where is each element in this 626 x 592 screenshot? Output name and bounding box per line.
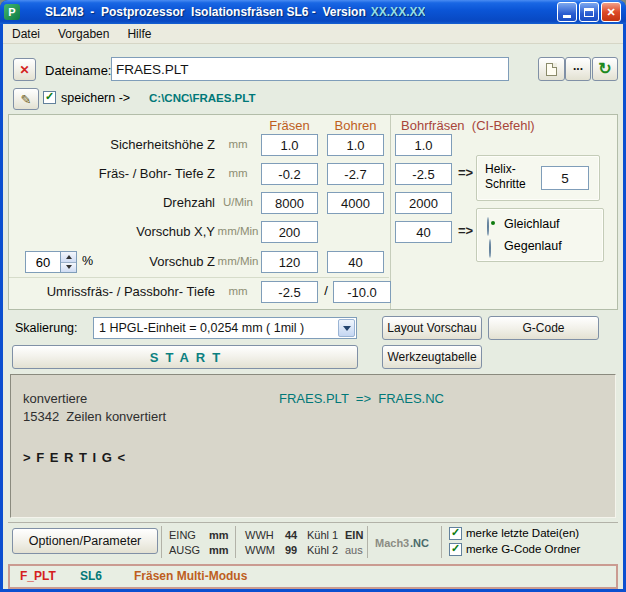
- output-panel: konvertiere FRAES.PLT => FRAES.NC 15342 …: [10, 374, 616, 518]
- window-version: XX.XX.XX: [371, 5, 426, 19]
- mode-bar: F_PLT SL6 Fräsen Multi-Modus: [8, 564, 618, 589]
- col-header-fraesen: Fräsen: [261, 118, 318, 133]
- file-type-badge: F_PLT: [20, 569, 56, 583]
- refresh-button[interactable]: ↻: [592, 57, 618, 81]
- refresh-icon: ↻: [598, 61, 611, 77]
- merke-datei-checkbox[interactable]: ✓: [449, 527, 462, 540]
- pencil-icon: ✎: [21, 92, 32, 107]
- window-controls: ✕: [557, 2, 621, 22]
- status-divider-2: [235, 526, 236, 558]
- ellipsis-icon: ...: [573, 59, 583, 73]
- vorschub-z-fraesen-input[interactable]: [261, 251, 318, 273]
- merke-ordner-label[interactable]: merke G-Code Ordner: [466, 543, 580, 555]
- wwm-label: WWM: [245, 544, 275, 556]
- check-icon: ✓: [451, 527, 460, 538]
- check-icon: ✓: [45, 91, 54, 102]
- umriss-fraesen-input[interactable]: [261, 281, 318, 303]
- skalierung-value: 1 HPGL-Einheit = 0,0254 mm ( 1mil ): [94, 321, 338, 335]
- maximize-button[interactable]: [579, 2, 599, 22]
- helix-groupbox: Helix- Schritte: [476, 155, 600, 201]
- vorschub-xy-bohrfraesen-input[interactable]: [395, 221, 452, 243]
- tiefe-fraesen-input[interactable]: [261, 163, 318, 185]
- drehzahl-bohren-input[interactable]: [327, 192, 384, 214]
- clear-file-button[interactable]: ✕: [13, 58, 36, 81]
- werkzeugtabelle-label: Werkzeugtabelle: [387, 350, 476, 364]
- speichern-checkbox[interactable]: ✓: [43, 91, 56, 104]
- skalierung-select[interactable]: 1 HPGL-Einheit = 0,0254 mm ( 1mil ): [93, 317, 357, 339]
- tiefe-bohrfraesen-input[interactable]: [395, 163, 452, 185]
- umriss-bohren-input[interactable]: [333, 281, 391, 303]
- eing-label: EING: [169, 529, 196, 541]
- maximize-icon: [584, 8, 594, 17]
- status-divider-3: [367, 526, 368, 558]
- drehzahl-bohrfraesen-input[interactable]: [395, 192, 452, 214]
- dateiname-label: Dateiname:: [45, 63, 111, 78]
- layout-vorschau-label: Layout Vorschau: [387, 321, 476, 335]
- eing-value: mm: [209, 529, 229, 541]
- minimize-button[interactable]: [557, 2, 577, 22]
- column-divider: [390, 115, 391, 309]
- wwh-label: WWH: [245, 529, 274, 541]
- helix-label-line2: Schritte: [485, 177, 526, 191]
- menu-hilfe[interactable]: Hilfe: [118, 25, 160, 43]
- tiefe-bohren-input[interactable]: [327, 163, 384, 185]
- vorschub-z-bohren-input[interactable]: [327, 251, 384, 273]
- laufrichtung-groupbox: Gleichlauf Gegenlauf: [476, 208, 604, 262]
- document-icon: [546, 63, 557, 76]
- check-icon: ✓: [451, 543, 460, 554]
- dropdown-triangle: [343, 326, 351, 331]
- sicherheitshoehe-fraesen-input[interactable]: [261, 134, 318, 156]
- sicherheitshoehe-bohrfraesen-input[interactable]: [395, 134, 452, 156]
- menu-datei[interactable]: Datei: [3, 25, 49, 43]
- col-header-bohren: Bohren: [327, 118, 384, 133]
- gcode-label: G-Code: [522, 321, 564, 335]
- werkzeugtabelle-button[interactable]: Werkzeugtabelle: [382, 345, 482, 369]
- gleichlauf-label[interactable]: Gleichlauf: [504, 217, 560, 231]
- kuehl1-label: Kühl 1: [307, 529, 338, 541]
- optionen-parameter-button[interactable]: Optionen/Parameter: [12, 528, 158, 554]
- start-label: START: [143, 350, 227, 365]
- filename-input[interactable]: [111, 57, 509, 81]
- gegenlauf-radio[interactable]: [489, 239, 491, 258]
- merke-ordner-checkbox[interactable]: ✓: [449, 543, 462, 556]
- layout-vorschau-button[interactable]: Layout Vorschau: [382, 316, 482, 340]
- helix-schritte-input[interactable]: [541, 166, 589, 190]
- vorschub-z-unit: mm/Min: [215, 255, 261, 267]
- drehzahl-fraesen-input[interactable]: [261, 192, 318, 214]
- gcode-button[interactable]: G-Code: [488, 316, 599, 340]
- sicherheitshoehe-bohren-input[interactable]: [327, 134, 384, 156]
- tiefe-label: Fräs- / Bohr- Tiefe Z: [3, 166, 215, 181]
- app-window: P SL2M3 - Postprozessor Isolationsfräsen…: [0, 0, 626, 592]
- chevron-down-icon[interactable]: [338, 319, 355, 337]
- speichern-label[interactable]: speichern ->: [61, 91, 130, 105]
- tiefe-unit: mm: [215, 167, 261, 179]
- vorschub-z-label: Vorschub Z: [3, 254, 215, 269]
- open-file-button[interactable]: [538, 57, 565, 81]
- vorschub-xy-fraesen-input[interactable]: [261, 221, 318, 243]
- wwm-value: 99: [285, 544, 297, 556]
- status-separator: [8, 522, 618, 523]
- edit-button[interactable]: ✎: [13, 88, 39, 110]
- clear-icon: ✕: [19, 63, 29, 77]
- browse-button[interactable]: ...: [565, 57, 591, 81]
- menu-vorgaben[interactable]: Vorgaben: [49, 25, 118, 43]
- minimize-icon: [563, 15, 571, 18]
- gleichlauf-radio[interactable]: [487, 217, 489, 236]
- gegenlauf-label[interactable]: Gegenlauf: [504, 239, 562, 253]
- start-button[interactable]: START: [12, 345, 358, 369]
- slash-separator: /: [320, 283, 332, 298]
- ausg-label: AUSG: [169, 544, 200, 556]
- kuehl2-value: aus: [345, 544, 363, 556]
- save-path: C:\CNC\FRAES.PLT: [149, 92, 255, 104]
- close-icon: ✕: [606, 6, 615, 19]
- client-area: ✕ Dateiname: ... ↻ ✎ ✓ speichern -> C:\C…: [3, 44, 623, 589]
- ausg-value: mm: [209, 544, 229, 556]
- merke-datei-label[interactable]: merke letzte Datei(en): [466, 527, 579, 539]
- output-fertig: > F E R T I G <: [23, 450, 126, 465]
- kuehl1-value: EIN: [345, 529, 363, 541]
- tiefe-arrow: =>: [458, 165, 473, 180]
- drehzahl-label: Drehzahl: [3, 195, 215, 210]
- drehzahl-unit: U/Min: [215, 196, 261, 208]
- close-button[interactable]: ✕: [601, 2, 621, 22]
- optionen-parameter-label: Optionen/Parameter: [29, 534, 142, 548]
